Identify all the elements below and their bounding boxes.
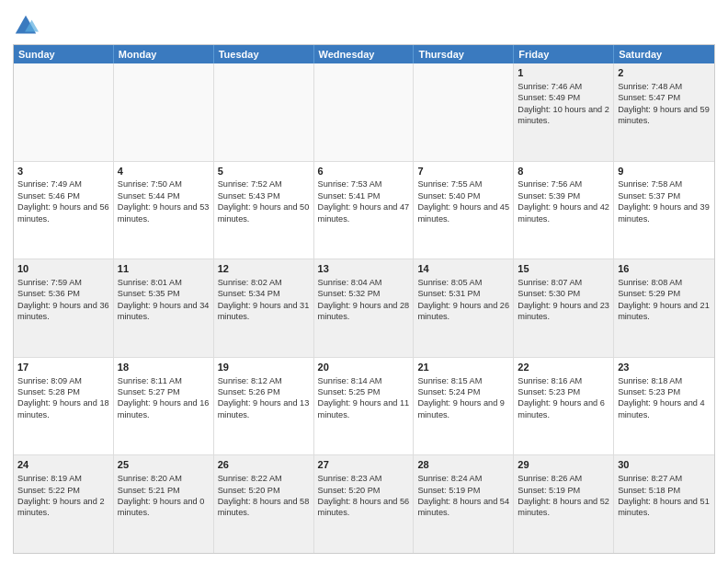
day-number: 18 — [118, 361, 210, 374]
day-info: Sunrise: 8:08 AM Sunset: 5:29 PM Dayligh… — [618, 278, 710, 321]
calendar-cell: 10Sunrise: 7:59 AM Sunset: 5:36 PM Dayli… — [14, 259, 114, 357]
day-number: 6 — [318, 165, 410, 178]
day-number: 29 — [518, 458, 609, 472]
calendar: SundayMondayTuesdayWednesdayThursdayFrid… — [13, 44, 715, 554]
calendar-cell: 21Sunrise: 8:15 AM Sunset: 5:24 PM Dayli… — [414, 358, 514, 455]
calendar-row: 1Sunrise: 7:46 AM Sunset: 5:49 PM Daylig… — [14, 63, 714, 162]
day-number: 9 — [618, 165, 711, 178]
logo-icon — [13, 13, 39, 39]
day-number: 4 — [118, 165, 210, 178]
day-info: Sunrise: 8:26 AM Sunset: 5:19 PM Dayligh… — [518, 474, 609, 517]
day-info: Sunrise: 7:50 AM Sunset: 5:44 PM Dayligh… — [118, 179, 210, 223]
day-info: Sunrise: 8:02 AM Sunset: 5:34 PM Dayligh… — [218, 278, 310, 321]
calendar-cell: 11Sunrise: 8:01 AM Sunset: 5:35 PM Dayli… — [114, 259, 214, 357]
cal-header-day: Tuesday — [214, 45, 314, 63]
day-number: 26 — [218, 458, 310, 472]
calendar-cell: 18Sunrise: 8:11 AM Sunset: 5:27 PM Dayli… — [114, 358, 214, 455]
day-info: Sunrise: 8:20 AM Sunset: 5:21 PM Dayligh… — [118, 474, 205, 517]
day-info: Sunrise: 7:52 AM Sunset: 5:43 PM Dayligh… — [218, 179, 310, 223]
day-info: Sunrise: 8:24 AM Sunset: 5:19 PM Dayligh… — [417, 474, 509, 517]
day-info: Sunrise: 8:18 AM Sunset: 5:23 PM Dayligh… — [618, 376, 705, 419]
day-number: 15 — [518, 262, 609, 276]
day-number: 12 — [218, 262, 310, 276]
calendar-cell — [414, 63, 514, 161]
calendar-cell: 9Sunrise: 7:58 AM Sunset: 5:37 PM Daylig… — [614, 162, 714, 259]
day-info: Sunrise: 8:19 AM Sunset: 5:22 PM Dayligh… — [17, 474, 105, 517]
calendar-cell: 3Sunrise: 7:49 AM Sunset: 5:46 PM Daylig… — [14, 162, 114, 259]
calendar-cell: 23Sunrise: 8:18 AM Sunset: 5:23 PM Dayli… — [614, 358, 714, 455]
day-info: Sunrise: 8:27 AM Sunset: 5:18 PM Dayligh… — [618, 474, 710, 517]
calendar-cell: 12Sunrise: 8:02 AM Sunset: 5:34 PM Dayli… — [214, 259, 314, 357]
day-info: Sunrise: 8:16 AM Sunset: 5:23 PM Dayligh… — [518, 376, 605, 419]
day-info: Sunrise: 7:48 AM Sunset: 5:47 PM Dayligh… — [618, 82, 710, 125]
day-number: 23 — [618, 361, 711, 374]
day-number: 22 — [518, 361, 609, 374]
day-number: 7 — [417, 165, 509, 178]
calendar-cell: 22Sunrise: 8:16 AM Sunset: 5:23 PM Dayli… — [514, 358, 614, 455]
cal-header-day: Friday — [514, 45, 614, 63]
day-info: Sunrise: 7:46 AM Sunset: 5:49 PM Dayligh… — [518, 82, 609, 125]
cal-header-day: Sunday — [14, 45, 114, 63]
day-number: 1 — [518, 66, 609, 80]
day-info: Sunrise: 8:14 AM Sunset: 5:25 PM Dayligh… — [318, 376, 410, 419]
calendar-row: 10Sunrise: 7:59 AM Sunset: 5:36 PM Dayli… — [14, 259, 714, 358]
calendar-cell: 17Sunrise: 8:09 AM Sunset: 5:28 PM Dayli… — [14, 358, 114, 455]
day-info: Sunrise: 7:59 AM Sunset: 5:36 PM Dayligh… — [17, 278, 109, 321]
calendar-cell: 30Sunrise: 8:27 AM Sunset: 5:18 PM Dayli… — [614, 455, 714, 553]
day-number: 14 — [417, 262, 509, 276]
day-info: Sunrise: 8:09 AM Sunset: 5:28 PM Dayligh… — [17, 376, 109, 419]
calendar-cell: 15Sunrise: 8:07 AM Sunset: 5:30 PM Dayli… — [514, 259, 614, 357]
calendar-cell: 14Sunrise: 8:05 AM Sunset: 5:31 PM Dayli… — [414, 259, 514, 357]
day-number: 28 — [417, 458, 509, 472]
day-info: Sunrise: 8:07 AM Sunset: 5:30 PM Dayligh… — [518, 278, 609, 321]
day-info: Sunrise: 7:55 AM Sunset: 5:40 PM Dayligh… — [417, 179, 509, 223]
cal-header-day: Wednesday — [314, 45, 415, 63]
day-info: Sunrise: 8:23 AM Sunset: 5:20 PM Dayligh… — [318, 474, 410, 517]
day-info: Sunrise: 7:49 AM Sunset: 5:46 PM Dayligh… — [17, 179, 109, 223]
logo — [13, 13, 42, 39]
day-info: Sunrise: 8:05 AM Sunset: 5:31 PM Dayligh… — [417, 278, 509, 321]
calendar-cell — [314, 63, 415, 161]
day-number: 20 — [318, 361, 410, 374]
day-number: 17 — [17, 361, 109, 374]
calendar-cell: 8Sunrise: 7:56 AM Sunset: 5:39 PM Daylig… — [514, 162, 614, 259]
calendar-row: 3Sunrise: 7:49 AM Sunset: 5:46 PM Daylig… — [14, 162, 714, 260]
cal-header-day: Thursday — [414, 45, 514, 63]
day-number: 3 — [17, 165, 109, 178]
day-number: 25 — [118, 458, 210, 472]
calendar-cell: 16Sunrise: 8:08 AM Sunset: 5:29 PM Dayli… — [614, 259, 714, 357]
calendar-cell: 27Sunrise: 8:23 AM Sunset: 5:20 PM Dayli… — [314, 455, 415, 553]
calendar-cell: 29Sunrise: 8:26 AM Sunset: 5:19 PM Dayli… — [514, 455, 614, 553]
page: SundayMondayTuesdayWednesdayThursdayFrid… — [0, 0, 728, 563]
calendar-cell: 25Sunrise: 8:20 AM Sunset: 5:21 PM Dayli… — [114, 455, 214, 553]
day-number: 27 — [318, 458, 410, 472]
day-info: Sunrise: 8:15 AM Sunset: 5:24 PM Dayligh… — [417, 376, 505, 419]
calendar-cell: 6Sunrise: 7:53 AM Sunset: 5:41 PM Daylig… — [314, 162, 415, 259]
calendar-cell — [214, 63, 314, 161]
cal-header-day: Saturday — [614, 45, 714, 63]
day-number: 21 — [417, 361, 509, 374]
cal-header-day: Monday — [114, 45, 214, 63]
calendar-cell: 4Sunrise: 7:50 AM Sunset: 5:44 PM Daylig… — [114, 162, 214, 259]
day-number: 13 — [318, 262, 410, 276]
calendar-cell: 2Sunrise: 7:48 AM Sunset: 5:47 PM Daylig… — [614, 63, 714, 161]
calendar-row: 24Sunrise: 8:19 AM Sunset: 5:22 PM Dayli… — [14, 455, 714, 553]
day-number: 11 — [118, 262, 210, 276]
day-number: 10 — [17, 262, 109, 276]
day-info: Sunrise: 8:01 AM Sunset: 5:35 PM Dayligh… — [118, 278, 210, 321]
calendar-body: 1Sunrise: 7:46 AM Sunset: 5:49 PM Daylig… — [14, 63, 714, 553]
day-number: 19 — [218, 361, 310, 374]
calendar-cell: 26Sunrise: 8:22 AM Sunset: 5:20 PM Dayli… — [214, 455, 314, 553]
day-info: Sunrise: 8:22 AM Sunset: 5:20 PM Dayligh… — [218, 474, 310, 517]
day-info: Sunrise: 7:56 AM Sunset: 5:39 PM Dayligh… — [518, 179, 609, 223]
day-number: 24 — [17, 458, 109, 472]
calendar-cell: 13Sunrise: 8:04 AM Sunset: 5:32 PM Dayli… — [314, 259, 415, 357]
calendar-cell: 24Sunrise: 8:19 AM Sunset: 5:22 PM Dayli… — [14, 455, 114, 553]
calendar-cell: 5Sunrise: 7:52 AM Sunset: 5:43 PM Daylig… — [214, 162, 314, 259]
calendar-cell: 19Sunrise: 8:12 AM Sunset: 5:26 PM Dayli… — [214, 358, 314, 455]
day-number: 16 — [618, 262, 711, 276]
day-number: 5 — [218, 165, 310, 178]
calendar-cell: 28Sunrise: 8:24 AM Sunset: 5:19 PM Dayli… — [414, 455, 514, 553]
calendar-row: 17Sunrise: 8:09 AM Sunset: 5:28 PM Dayli… — [14, 358, 714, 456]
calendar-header: SundayMondayTuesdayWednesdayThursdayFrid… — [14, 45, 714, 63]
